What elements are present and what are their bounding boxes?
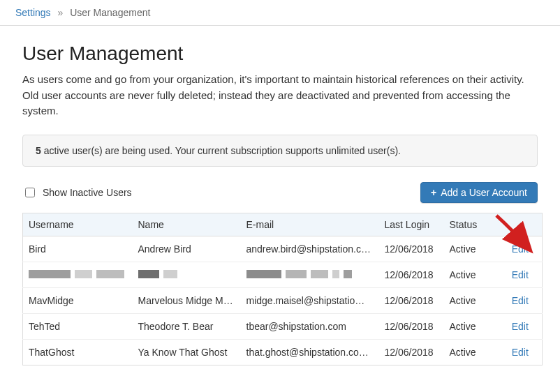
intro-text: As users come and go from your organizat… <box>22 72 538 119</box>
show-inactive-row[interactable]: Show Inactive Users <box>22 186 132 199</box>
cell-email: tbear@shipstation.com <box>241 313 379 339</box>
cell-status: Active <box>444 236 499 262</box>
cell-name: Andrew Bird <box>133 236 241 262</box>
breadcrumb-current: User Management <box>70 7 150 18</box>
cell-username: TehTed <box>23 313 133 339</box>
table-header-row: Username Name E-mail Last Login Status <box>23 213 543 236</box>
cell-last-login: 12/06/2018 <box>379 262 444 287</box>
redacted-text <box>138 270 177 278</box>
cell-username: Bird <box>23 236 133 262</box>
cell-edit: Edit <box>499 313 543 339</box>
cell-edit: Edit <box>499 287 543 313</box>
cell-username <box>23 262 133 287</box>
edit-link[interactable]: Edit <box>512 321 529 332</box>
cell-name <box>133 262 241 287</box>
cell-username: MavMidge <box>23 287 133 313</box>
cell-email: andrew.bird@shipstation.c… <box>241 236 379 262</box>
active-users-count: 5 <box>36 145 41 156</box>
breadcrumb-parent-link[interactable]: Settings <box>15 7 51 18</box>
table-row: 12/06/2018ActiveEdit <box>23 262 543 287</box>
plus-icon: + <box>431 187 436 198</box>
breadcrumb-separator: » <box>57 7 63 18</box>
redacted-text <box>246 270 352 278</box>
cell-edit: Edit <box>499 236 543 262</box>
col-username[interactable]: Username <box>23 213 133 236</box>
cell-last-login: 12/06/2018 <box>379 236 444 262</box>
edit-link[interactable]: Edit <box>512 295 529 306</box>
edit-link[interactable]: Edit <box>512 347 529 358</box>
show-inactive-label: Show Inactive Users <box>43 187 132 198</box>
breadcrumb: Settings » User Management <box>0 0 560 26</box>
col-last-login[interactable]: Last Login <box>379 213 444 236</box>
cell-email: that.ghost@shipstation.co… <box>241 339 379 365</box>
cell-last-login: 12/06/2018 <box>379 313 444 339</box>
edit-link[interactable]: Edit <box>512 243 529 255</box>
cell-username: ThatGhost <box>23 339 133 365</box>
cell-status: Active <box>444 287 499 313</box>
edit-link[interactable]: Edit <box>512 269 529 280</box>
cell-edit: Edit <box>499 339 543 365</box>
table-row: BirdAndrew Birdandrew.bird@shipstation.c… <box>23 236 543 262</box>
active-users-info: 5 active user(s) are being used. Your cu… <box>22 135 538 167</box>
cell-last-login: 12/06/2018 <box>379 339 444 365</box>
cell-email: midge.maisel@shipstatio… <box>241 287 379 313</box>
cell-status: Active <box>444 262 499 287</box>
table-row: MavMidgeMarvelous Midge Mai…midge.maisel… <box>23 287 543 313</box>
add-user-label: Add a User Account <box>441 187 527 198</box>
cell-status: Active <box>444 339 499 365</box>
cell-status: Active <box>444 313 499 339</box>
table-row: ThatGhostYa Know That Ghostthat.ghost@sh… <box>23 339 543 365</box>
cell-edit: Edit <box>499 262 543 287</box>
page-title: User Management <box>22 43 538 65</box>
col-email[interactable]: E-mail <box>241 213 379 236</box>
col-name[interactable]: Name <box>133 213 241 236</box>
toolbar: Show Inactive Users + Add a User Account <box>22 182 538 203</box>
users-table: Username Name E-mail Last Login Status B… <box>22 213 543 365</box>
cell-name: Ya Know That Ghost <box>133 339 241 365</box>
show-inactive-checkbox[interactable] <box>25 188 35 197</box>
table-row: TehTedTheodore T. Beartbear@shipstation.… <box>23 313 543 339</box>
col-status[interactable]: Status <box>444 213 499 236</box>
redacted-text <box>29 270 124 278</box>
cell-name: Marvelous Midge Mai… <box>133 287 241 313</box>
cell-email <box>241 262 379 287</box>
add-user-button[interactable]: + Add a User Account <box>420 182 538 203</box>
cell-last-login: 12/06/2018 <box>379 287 444 313</box>
cell-name: Theodore T. Bear <box>133 313 241 339</box>
active-users-message: active user(s) are being used. Your curr… <box>41 145 401 156</box>
